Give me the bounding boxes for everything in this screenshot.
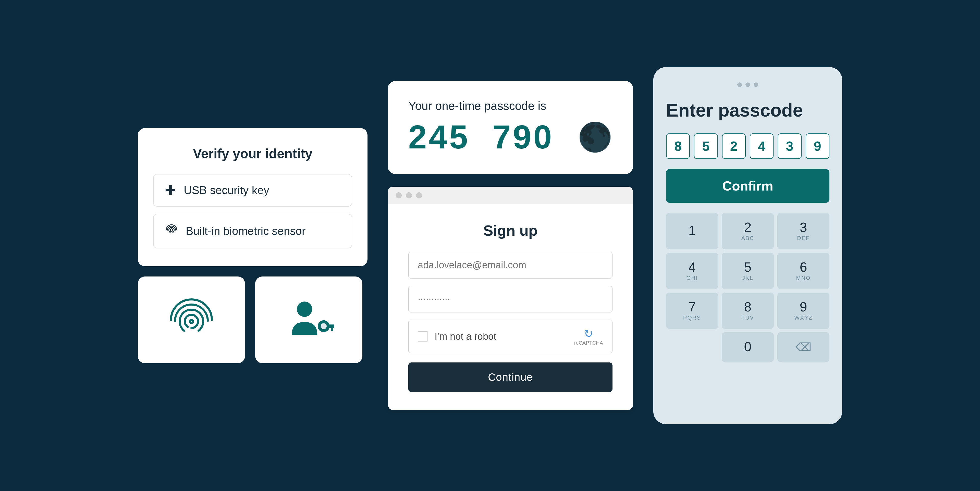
key-num-5: 5 bbox=[744, 261, 752, 274]
keypad: 1 2 ABC 3 DEF 4 GHI 5 JKL bbox=[666, 213, 829, 362]
captcha-left: I'm not a robot bbox=[418, 331, 496, 342]
delete-icon: ⌫ bbox=[795, 340, 811, 354]
key-num-3: 3 bbox=[800, 221, 807, 234]
confirm-button[interactable]: Confirm bbox=[666, 169, 829, 203]
password-input[interactable] bbox=[408, 286, 612, 313]
key-5[interactable]: 5 JKL bbox=[722, 253, 774, 289]
otp-label: Your one-time passcode is bbox=[408, 99, 612, 113]
recaptcha-logo: ↻ reCAPTCHA bbox=[574, 327, 603, 346]
key-0[interactable]: 0 bbox=[722, 332, 774, 362]
captcha-label: I'm not a robot bbox=[434, 331, 496, 342]
recaptcha-icon: ↻ bbox=[584, 327, 593, 340]
browser-dot-2 bbox=[406, 192, 412, 199]
email-input[interactable] bbox=[408, 252, 612, 278]
center-column: Your one-time passcode is 245 790 🌑 Sign… bbox=[388, 81, 633, 410]
signup-title: Sign up bbox=[408, 222, 612, 239]
continue-button[interactable]: Continue bbox=[408, 362, 612, 392]
key-num-4: 4 bbox=[689, 261, 696, 274]
fingerprint-card bbox=[138, 276, 245, 363]
right-column: Enter passcode 8 5 2 4 3 9 Confirm 1 2 A… bbox=[653, 67, 842, 424]
key-letters-2: ABC bbox=[741, 235, 754, 242]
otp-part2: 790 bbox=[492, 118, 554, 156]
browser-dot-1 bbox=[396, 192, 402, 199]
biometric-option[interactable]: Built-in biometric sensor bbox=[153, 214, 352, 248]
browser-titlebar bbox=[388, 187, 633, 204]
otp-part1: 245 bbox=[408, 118, 470, 156]
digit-2: 2 bbox=[722, 133, 746, 159]
verify-title: Verify your identity bbox=[153, 146, 352, 161]
key-num-9: 9 bbox=[800, 300, 807, 313]
svg-point-2 bbox=[321, 323, 327, 329]
key-4[interactable]: 4 GHI bbox=[666, 253, 718, 289]
key-9[interactable]: 9 WXYZ bbox=[777, 292, 829, 329]
key-num-0: 0 bbox=[744, 340, 752, 353]
browser-body: Sign up I'm not a robot ↻ reCAPTCHA Cont… bbox=[388, 204, 633, 410]
key-1[interactable]: 1 bbox=[666, 213, 718, 249]
captcha-checkbox[interactable] bbox=[418, 331, 428, 342]
bottom-cards bbox=[138, 276, 368, 363]
key-letters-9: WXYZ bbox=[794, 315, 813, 321]
key-2[interactable]: 2 ABC bbox=[722, 213, 774, 249]
svg-rect-5 bbox=[331, 328, 333, 331]
key-8[interactable]: 8 TUV bbox=[722, 292, 774, 329]
key-letters-8: TUV bbox=[741, 315, 754, 321]
left-column: Verify your identity ✚ USB security key bbox=[138, 128, 368, 363]
recaptcha-badge: reCAPTCHA bbox=[574, 340, 603, 346]
digit-5: 9 bbox=[806, 133, 829, 159]
key-num-6: 6 bbox=[800, 261, 807, 274]
key-letters-3: DEF bbox=[797, 235, 810, 242]
digit-1: 5 bbox=[694, 133, 718, 159]
svg-rect-3 bbox=[328, 324, 334, 328]
key-empty bbox=[666, 332, 718, 362]
usb-key-option[interactable]: ✚ USB security key bbox=[153, 174, 352, 207]
phone-dot-2 bbox=[746, 83, 750, 87]
usb-icon: ✚ bbox=[165, 184, 176, 197]
timer-icon: 🌑 bbox=[578, 121, 612, 154]
main-container: Verify your identity ✚ USB security key bbox=[123, 52, 858, 440]
otp-row: 245 790 🌑 bbox=[408, 118, 612, 156]
key-num-7: 7 bbox=[689, 300, 696, 313]
usb-label: USB security key bbox=[184, 184, 269, 197]
digit-4: 3 bbox=[778, 133, 801, 159]
passcode-digits: 8 5 2 4 3 9 bbox=[666, 133, 829, 159]
svg-point-0 bbox=[297, 302, 312, 317]
browser-card: Sign up I'm not a robot ↻ reCAPTCHA Cont… bbox=[388, 187, 633, 410]
phone-card: Enter passcode 8 5 2 4 3 9 Confirm 1 2 A… bbox=[653, 67, 842, 424]
key-letters-7: PQRS bbox=[683, 315, 701, 321]
key-letters-5: JKL bbox=[742, 275, 753, 281]
browser-dot-3 bbox=[416, 192, 422, 199]
phone-dot-3 bbox=[754, 83, 758, 87]
key-letters-4: GHI bbox=[686, 275, 698, 281]
phone-dots bbox=[666, 83, 829, 87]
otp-code: 245 790 bbox=[408, 118, 554, 156]
key-num-8: 8 bbox=[744, 300, 752, 313]
key-letters-6: MNO bbox=[796, 275, 811, 281]
passkey-card bbox=[255, 276, 363, 363]
key-7[interactable]: 7 PQRS bbox=[666, 292, 718, 329]
key-delete[interactable]: ⌫ bbox=[777, 332, 829, 362]
fingerprint-icon bbox=[165, 223, 178, 239]
digit-0: 8 bbox=[666, 133, 690, 159]
key-3[interactable]: 3 DEF bbox=[777, 213, 829, 249]
biometric-label: Built-in biometric sensor bbox=[186, 225, 306, 237]
captcha-box: I'm not a robot ↻ reCAPTCHA bbox=[408, 319, 612, 353]
passcode-title: Enter passcode bbox=[666, 100, 829, 121]
key-6[interactable]: 6 MNO bbox=[777, 253, 829, 289]
digit-3: 4 bbox=[750, 133, 773, 159]
otp-card: Your one-time passcode is 245 790 🌑 bbox=[388, 81, 633, 174]
key-num-1: 1 bbox=[689, 224, 696, 237]
verify-card: Verify your identity ✚ USB security key bbox=[138, 128, 368, 266]
key-num-2: 2 bbox=[744, 221, 752, 234]
phone-dot-1 bbox=[737, 83, 742, 87]
